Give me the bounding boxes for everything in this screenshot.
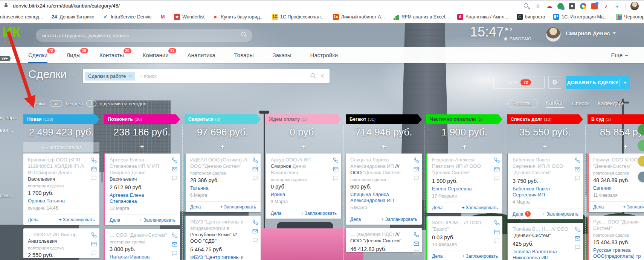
bookmark-item[interactable]: ntraservice техпод...: [0, 14, 43, 20]
zoom-out-icon[interactable]: [523, 3, 530, 9]
work-status[interactable]: ◉РАБОТАЮ: [504, 36, 531, 41]
envelope-icon[interactable]: [172, 166, 177, 172]
card-contact-link[interactable]: Ткачёва Валентина Николаевна ИП: [513, 249, 572, 260]
filter-search-input[interactable]: [139, 73, 307, 79]
url-text[interactable]: denvic.bitrix24.ru/crm/deal/kanban/categ…: [13, 3, 120, 9]
card-contact-link[interactable]: ФБУЗ "Центр гигиены и эпидимиологии в: [190, 254, 249, 260]
card-contact-link[interactable]: Спицына Лариса Александровна ИП: [350, 192, 411, 204]
column-header[interactable]: Списать долг(10): [507, 114, 583, 124]
card-plan-link[interactable]: + Запланировать: [59, 217, 95, 222]
add-card-button[interactable]: +: [507, 142, 583, 151]
card-contact-link[interactable]: Евгения: [593, 185, 644, 191]
view-tab-Канбан[interactable]: Канбан: [546, 100, 564, 108]
add-card-button[interactable]: +: [346, 142, 422, 151]
add-card-button[interactable]: +: [588, 142, 644, 151]
paper-plane-extension-icon[interactable]: ➤: [613, 2, 622, 11]
add-deal-button[interactable]: ДОБАВИТЬ СДЕЛКУ: [566, 76, 630, 89]
phone-icon[interactable]: [252, 157, 258, 163]
column-header[interactable]: Бегают(31): [346, 114, 422, 124]
tab-Заказы[interactable]: Заказы: [272, 47, 291, 63]
envelope-icon[interactable]: [575, 236, 580, 241]
phone-icon[interactable]: [494, 157, 500, 163]
notebook-extension-icon[interactable]: [591, 3, 598, 9]
envelope-icon[interactable]: [414, 241, 419, 246]
bookmark-item[interactable]: 24Денвик Битрикс: [51, 14, 94, 20]
card-contact-link[interactable]: Артеева Елена Степановна: [110, 192, 169, 205]
envelope-icon[interactable]: [333, 166, 339, 172]
view-tab-Роботы[interactable]: Роботы: [507, 99, 537, 108]
company-logo[interactable]: ИК: [2, 25, 21, 40]
phone-icon[interactable]: [252, 219, 258, 225]
deals-counter-button[interactable]: Дела 72: [493, 76, 545, 89]
card-plan-link[interactable]: + Запланировать: [301, 211, 337, 216]
bookmark-item[interactable]: ✔IntraService Denvic: [102, 14, 151, 20]
card-contact-link[interactable]: Бабенков Павел Сергеевич ИП: [513, 186, 572, 198]
bookmark-star-icon[interactable]: ☆: [535, 3, 541, 9]
column-scrollbar[interactable]: [424, 153, 426, 211]
bookmark-item[interactable]: 1С1С Профессионал...: [272, 14, 325, 20]
tab-Компании[interactable]: Компании11: [143, 47, 169, 63]
flag-counter[interactable]: ⚑2: [505, 27, 512, 32]
phone-icon[interactable]: [172, 233, 177, 238]
envelope-icon[interactable]: [91, 241, 97, 247]
chevron-down-icon[interactable]: [624, 82, 627, 84]
card-plan-link[interactable]: + Запланировать: [139, 217, 175, 223]
tab-Сделки[interactable]: Сделки72: [28, 47, 47, 63]
bookmark-item[interactable]: 1сЛичный кабинет А...: [333, 14, 385, 20]
tab-Аналитика[interactable]: Аналитика: [188, 47, 215, 63]
phone-icon[interactable]: [494, 220, 500, 226]
column-scrollbar[interactable]: [101, 151, 103, 182]
filter-chip[interactable]: Сделки в работе✕: [85, 72, 135, 81]
column-scrollbar[interactable]: [585, 153, 587, 196]
tab-Настройки[interactable]: Настройки: [310, 47, 338, 63]
envelope-icon[interactable]: [252, 166, 258, 172]
browser-profile-avatar[interactable]: [630, 2, 639, 10]
phone-icon[interactable]: [172, 157, 177, 163]
user-avatar[interactable]: [546, 27, 560, 41]
kanban-card[interactable]: Артеева Елена Степановна ИП /// ИП Смирн…: [104, 154, 180, 225]
column-header[interactable]: Позвонить(36): [104, 114, 180, 124]
no-activity-count[interactable]: 52: [50, 100, 62, 107]
filter-search-bar[interactable]: Сделки в работе✕ ✕: [83, 69, 330, 83]
chat-bubble-icon[interactable]: [414, 250, 419, 255]
column-header[interactable]: Свериться(8): [185, 114, 261, 124]
kanban-card[interactable]: ФБУЗ "Центр гигиены и эпидемиологии в Ре…: [185, 216, 261, 260]
column-header[interactable]: В суд(3): [588, 114, 644, 124]
card-plan-link[interactable]: + Запланировать: [623, 204, 644, 210]
card-deals-link[interactable]: Дела: [593, 204, 604, 210]
notifications-counter[interactable]: 99+: [0, 56, 11, 61]
chat-bubble-icon[interactable]: [575, 175, 580, 181]
favorite-star-icon[interactable]: ☆: [70, 72, 75, 78]
phone-icon[interactable]: [91, 232, 97, 238]
chat-bubble-icon[interactable]: [414, 175, 419, 181]
kanban-card[interactable]: Артур ООО /// ИП Смирнов Денис Васильеви…: [265, 154, 341, 219]
column-header[interactable]: Новая(136): [23, 114, 99, 124]
phone-icon[interactable]: [414, 157, 419, 163]
phone-icon[interactable]: [91, 157, 97, 163]
chat-bubble-icon[interactable]: [575, 245, 580, 250]
phone-icon[interactable]: [333, 157, 339, 163]
card-plan-link[interactable]: + Запланировать: [462, 254, 498, 259]
phone-icon[interactable]: [414, 232, 419, 237]
tab-Товары[interactable]: Товары: [234, 47, 254, 63]
add-card-button[interactable]: +: [426, 142, 502, 151]
bookmark-item[interactable]: M: [160, 14, 166, 20]
card-deals-link[interactable]: Дела1: [513, 211, 531, 217]
bookmark-item[interactable]: RFM анализ в Excel...: [393, 14, 449, 20]
card-deals-link[interactable]: Дела: [190, 204, 201, 210]
envelope-icon[interactable]: [494, 229, 500, 235]
cloud-extension-icon[interactable]: ☁: [546, 3, 552, 9]
kanban-card[interactable]: Криохин сф ООО (КПП 1128480С1 ХОЛДИНГ) /…: [23, 154, 99, 225]
kanban-card[interactable]: Некрасов Алексей Павлович ИП /// ООО "Де…: [426, 154, 502, 213]
chat-bubble-icon[interactable]: [333, 175, 339, 181]
card-contact-link[interactable]: Татьяна: [190, 185, 249, 191]
today-activity-count[interactable]: 1: [86, 100, 96, 107]
add-card-button[interactable]: +: [185, 142, 261, 151]
tab-Контакты[interactable]: Контакты20: [99, 47, 124, 63]
music-note-extension-icon[interactable]: ♪: [603, 3, 609, 9]
bookmark-item[interactable]: Cбипросто: [517, 14, 545, 20]
bookmark-item[interactable]: AАналитика / Ампл...: [457, 14, 508, 20]
chat-bubble-icon[interactable]: [91, 175, 97, 181]
chat-bubble-icon[interactable]: [172, 251, 177, 256]
kanban-card[interactable]: ИДЕАЛ ООО (Оптима) /// ООО "Денвик-Систе…: [185, 154, 261, 212]
